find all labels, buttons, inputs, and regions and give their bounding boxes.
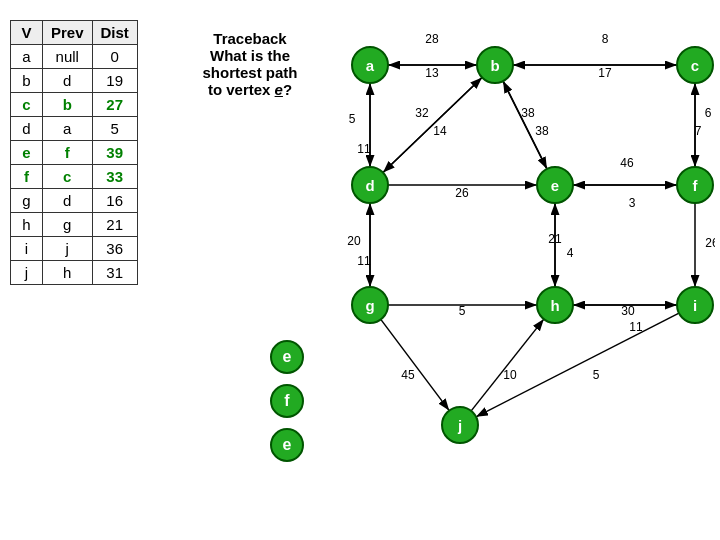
- svg-text:d: d: [365, 177, 374, 194]
- svg-text:5: 5: [349, 112, 356, 126]
- node-a: a: [352, 47, 388, 83]
- svg-line-47: [471, 319, 544, 411]
- cell-dist-e: 39: [92, 141, 137, 165]
- svg-text:5: 5: [459, 304, 466, 318]
- svg-text:e: e: [551, 177, 559, 194]
- svg-text:8: 8: [602, 32, 609, 46]
- cell-v-c: c: [11, 93, 43, 117]
- node-b: b: [477, 47, 513, 83]
- node-g: g: [352, 287, 388, 323]
- svg-text:28: 28: [425, 32, 439, 46]
- node-h: h: [537, 287, 573, 323]
- svg-text:17: 17: [598, 66, 612, 80]
- traceback-line3: to vertex e?: [180, 81, 320, 98]
- cell-dist-f: 33: [92, 165, 137, 189]
- graph-svg: 2881317511321438386726346205214301126451…: [340, 5, 715, 535]
- node-e: e: [537, 167, 573, 203]
- cell-dist-j: 31: [92, 261, 137, 285]
- cell-v-g: g: [11, 189, 43, 213]
- cell-v-j: j: [11, 261, 43, 285]
- svg-text:38: 38: [521, 106, 535, 120]
- graph-section: 2881317511321438386726346205214301126451…: [340, 5, 715, 535]
- cell-v-d: d: [11, 117, 43, 141]
- svg-text:26: 26: [455, 186, 469, 200]
- node-j: j: [442, 407, 478, 443]
- bullet-node-e: e: [270, 428, 304, 462]
- col-dist: Dist: [92, 21, 137, 45]
- cell-dist-b: 19: [92, 69, 137, 93]
- svg-text:b: b: [490, 57, 499, 74]
- node-f: f: [677, 167, 713, 203]
- cell-v-a: a: [11, 45, 43, 69]
- cell-prev-g: d: [43, 189, 93, 213]
- svg-text:32: 32: [415, 106, 429, 120]
- cell-dist-i: 36: [92, 237, 137, 261]
- node-d: d: [352, 167, 388, 203]
- svg-text:c: c: [691, 57, 699, 74]
- cell-prev-i: j: [43, 237, 93, 261]
- cell-prev-h: g: [43, 213, 93, 237]
- svg-text:14: 14: [433, 124, 447, 138]
- cell-v-h: h: [11, 213, 43, 237]
- cell-prev-j: h: [43, 261, 93, 285]
- svg-line-49: [476, 313, 679, 417]
- cell-v-e: e: [11, 141, 43, 165]
- svg-text:11: 11: [357, 142, 371, 156]
- cell-dist-d: 5: [92, 117, 137, 141]
- col-v: V: [11, 21, 43, 45]
- cell-v-b: b: [11, 69, 43, 93]
- dijkstra-table: V Prev Dist anull0bd19cb27da5ef39fc33gd1…: [10, 20, 138, 285]
- svg-text:13: 13: [425, 66, 439, 80]
- node-c: c: [677, 47, 713, 83]
- svg-text:3: 3: [629, 196, 636, 210]
- bullet-node-f: f: [270, 384, 304, 418]
- svg-text:j: j: [457, 417, 462, 434]
- cell-dist-h: 21: [92, 213, 137, 237]
- svg-text:11: 11: [357, 254, 371, 268]
- cell-dist-g: 16: [92, 189, 137, 213]
- svg-text:38: 38: [535, 124, 549, 138]
- col-prev: Prev: [43, 21, 93, 45]
- svg-text:4: 4: [567, 246, 574, 260]
- cell-prev-b: d: [43, 69, 93, 93]
- cell-v-i: i: [11, 237, 43, 261]
- table-section: V Prev Dist anull0bd19cb27da5ef39fc33gd1…: [10, 20, 138, 285]
- svg-text:26: 26: [705, 236, 715, 250]
- cell-v-f: f: [11, 165, 43, 189]
- svg-text:5: 5: [593, 368, 600, 382]
- svg-text:7: 7: [695, 124, 702, 138]
- traceback-line1: What is the: [180, 47, 320, 64]
- svg-text:46: 46: [620, 156, 634, 170]
- svg-text:20: 20: [347, 234, 361, 248]
- cell-prev-a: null: [43, 45, 93, 69]
- svg-text:6: 6: [705, 106, 712, 120]
- traceback-line2: shortest path: [180, 64, 320, 81]
- svg-text:10: 10: [503, 368, 517, 382]
- traceback-title: Traceback: [180, 30, 320, 47]
- cell-dist-a: 0: [92, 45, 137, 69]
- svg-text:a: a: [366, 57, 375, 74]
- text-section: Traceback What is the shortest path to v…: [180, 30, 320, 98]
- bullet-node-e: e: [270, 340, 304, 374]
- svg-text:30: 30: [621, 304, 635, 318]
- cell-prev-c: b: [43, 93, 93, 117]
- svg-text:h: h: [550, 297, 559, 314]
- node-i: i: [677, 287, 713, 323]
- cell-prev-e: f: [43, 141, 93, 165]
- svg-text:i: i: [693, 297, 697, 314]
- svg-line-45: [381, 319, 449, 410]
- traceback-vertex: e: [275, 81, 283, 98]
- svg-text:45: 45: [401, 368, 415, 382]
- bullet-section: efe: [270, 340, 304, 462]
- cell-prev-f: c: [43, 165, 93, 189]
- cell-dist-c: 27: [92, 93, 137, 117]
- svg-text:g: g: [365, 297, 374, 314]
- cell-prev-d: a: [43, 117, 93, 141]
